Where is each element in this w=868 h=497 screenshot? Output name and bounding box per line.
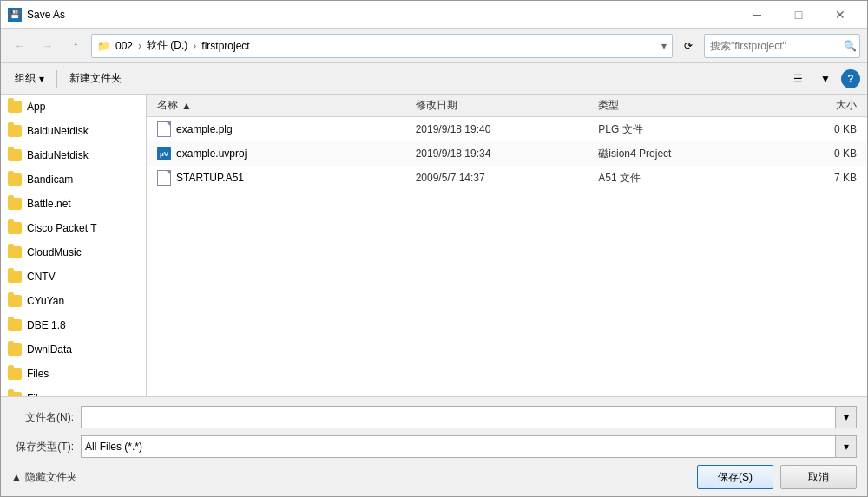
- hide-folders-label: 隐藏文件夹: [25, 470, 77, 485]
- path-arrow-1: ›: [138, 40, 141, 52]
- view-dropdown-button[interactable]: ▼: [813, 67, 838, 91]
- sidebar-item-filmora[interactable]: Filmora: [1, 386, 146, 396]
- minimize-button[interactable]: ─: [737, 1, 777, 29]
- cancel-button[interactable]: 取消: [780, 465, 857, 489]
- sidebar-item-dbe18[interactable]: DBE 1.8: [1, 313, 146, 337]
- folder-icon-cntv: [8, 271, 22, 283]
- sidebar-item-app[interactable]: App: [1, 95, 146, 119]
- file-size-2: 0 KB: [753, 147, 860, 160]
- sidebar-label-cisco: Cisco Packet T: [27, 222, 96, 234]
- file-date-3: 2009/5/7 14:37: [412, 172, 595, 184]
- dialog-title: Save As: [27, 9, 65, 21]
- col-header-size[interactable]: 大小: [753, 98, 860, 113]
- sidebar-label-cntv: CNTV: [27, 271, 56, 283]
- organize-dropdown-icon: ▾: [39, 73, 44, 85]
- folder-icon-battlenet: [8, 198, 22, 210]
- path-segment-drive[interactable]: 软件 (D:): [145, 38, 189, 53]
- search-input[interactable]: [710, 40, 840, 52]
- save-as-dialog: 💾 Save As ─ □ ✕ ← → ↑ 📁 002 › 软件 (D:) › …: [0, 0, 868, 497]
- folder-icon-files: [8, 368, 22, 380]
- table-row[interactable]: STARTUP.A51 2009/5/7 14:37 A51 文件 7 KB: [147, 166, 867, 190]
- file-icon-uvproj: μV: [157, 147, 171, 160]
- footer-buttons: 保存(S) 取消: [697, 465, 857, 489]
- up-button[interactable]: ↑: [63, 34, 88, 58]
- bottom-panel: 文件名(N): ▾ 保存类型(T): All Files (*.*) ▾ ▲ 隐…: [1, 396, 867, 496]
- help-button[interactable]: ?: [841, 69, 860, 88]
- filetype-label: 保存类型(T):: [11, 440, 81, 454]
- sidebar-label-dbe18: DBE 1.8: [27, 319, 66, 331]
- sidebar-label-app: App: [27, 101, 45, 113]
- folder-icon-baidunetdisk1: [8, 125, 22, 137]
- filetype-row: 保存类型(T): All Files (*.*) ▾: [11, 434, 857, 460]
- col-header-date[interactable]: 修改日期: [412, 98, 595, 113]
- filetype-dropdown[interactable]: ▾: [835, 436, 856, 457]
- path-dropdown-arrow[interactable]: ▾: [661, 40, 667, 52]
- filename-row: 文件名(N): ▾: [11, 404, 857, 430]
- col-header-name[interactable]: 名称 ▲: [154, 98, 412, 113]
- hide-folders-toggle[interactable]: ▲ 隐藏文件夹: [11, 470, 77, 485]
- back-button[interactable]: ←: [8, 34, 32, 58]
- table-row[interactable]: example.plg 2019/9/18 19:40 PLG 文件 0 KB: [147, 117, 867, 141]
- sidebar-item-cloudmusic[interactable]: CloudMusic: [1, 240, 146, 265]
- hide-arrow-icon: ▲: [11, 471, 22, 483]
- file-type-1: PLG 文件: [595, 122, 753, 137]
- file-name-2: example.uvproj: [176, 147, 247, 160]
- folder-icon-dbe18: [8, 319, 22, 331]
- file-size-3: 7 KB: [753, 172, 860, 184]
- close-button[interactable]: ✕: [820, 1, 860, 29]
- file-list-header: 名称 ▲ 修改日期 类型 大小: [147, 95, 867, 117]
- sidebar-item-files[interactable]: Files: [1, 362, 146, 386]
- file-icon-area-2: μV example.uvproj: [154, 147, 412, 160]
- sidebar: App BaiduNetdisk BaiduNetdisk Bandicam B…: [1, 95, 147, 396]
- toolbar-separator: [56, 70, 57, 88]
- title-bar-left: 💾 Save As: [8, 8, 65, 22]
- sidebar-label-bandicam: Bandicam: [27, 173, 73, 186]
- refresh-button[interactable]: ⟳: [676, 34, 700, 58]
- file-icon-area-3: STARTUP.A51: [154, 170, 412, 186]
- search-icon: 🔍: [844, 40, 857, 52]
- file-type-3: A51 文件: [595, 171, 753, 186]
- organize-button[interactable]: 组织 ▾: [8, 67, 51, 91]
- sidebar-item-baidunetdisk1[interactable]: BaiduNetdisk: [1, 119, 146, 143]
- filename-dropdown[interactable]: ▾: [835, 407, 856, 428]
- view-mode-button[interactable]: ☰: [786, 67, 810, 91]
- table-row[interactable]: μV example.uvproj 2019/9/18 19:34 磁ision…: [147, 141, 867, 166]
- folder-icon-cisco: [8, 222, 22, 234]
- path-segment-folder[interactable]: firstproject: [200, 40, 251, 52]
- address-path: 📁 002 › 软件 (D:) › firstproject ▾: [91, 34, 673, 58]
- filetype-text: All Files (*.*): [82, 436, 835, 457]
- folder-icon-cloudmusic: [8, 246, 22, 258]
- forward-button[interactable]: →: [36, 34, 60, 58]
- filename-input[interactable]: [82, 407, 835, 428]
- new-folder-button[interactable]: 新建文件夹: [62, 67, 128, 91]
- sidebar-item-battlenet[interactable]: Battle.net: [1, 192, 146, 216]
- sidebar-label-dwnldata: DwnlData: [27, 343, 72, 356]
- search-box: 🔍: [704, 34, 860, 58]
- folder-icon-app: [8, 101, 22, 113]
- sort-icon: ▲: [181, 100, 192, 112]
- organize-label: 组织: [15, 71, 36, 86]
- file-icon-a51: [157, 170, 171, 186]
- sidebar-item-baidunetdisk2[interactable]: BaiduNetdisk: [1, 143, 146, 167]
- folder-icon-cyuyan: [8, 295, 22, 307]
- save-button[interactable]: 保存(S): [697, 465, 773, 489]
- maximize-button[interactable]: □: [779, 1, 819, 29]
- footer-row: ▲ 隐藏文件夹 保存(S) 取消: [11, 465, 857, 489]
- folder-icon-bandicam: [8, 173, 22, 186]
- sidebar-item-bandicam[interactable]: Bandicam: [1, 167, 146, 192]
- sidebar-label-battlenet: Battle.net: [27, 198, 71, 210]
- sidebar-label-baidunetdisk1: BaiduNetdisk: [27, 125, 89, 137]
- folder-icon-dwnldata: [8, 343, 22, 356]
- sidebar-item-dwnldata[interactable]: DwnlData: [1, 337, 146, 362]
- path-arrow-2: ›: [193, 40, 196, 52]
- main-content: App BaiduNetdisk BaiduNetdisk Bandicam B…: [1, 95, 867, 396]
- sidebar-item-cyuyan[interactable]: CYuYan: [1, 289, 146, 313]
- col-header-type[interactable]: 类型: [595, 98, 753, 113]
- sidebar-label-cloudmusic: CloudMusic: [27, 246, 82, 258]
- sidebar-item-cisco[interactable]: Cisco Packet T: [1, 216, 146, 240]
- title-bar: 💾 Save As ─ □ ✕: [1, 1, 867, 29]
- sidebar-item-cntv[interactable]: CNTV: [1, 265, 146, 289]
- window-controls: ─ □ ✕: [737, 1, 860, 29]
- path-segment-002[interactable]: 002: [114, 40, 135, 52]
- file-list: 名称 ▲ 修改日期 类型 大小 example.plg: [147, 95, 867, 396]
